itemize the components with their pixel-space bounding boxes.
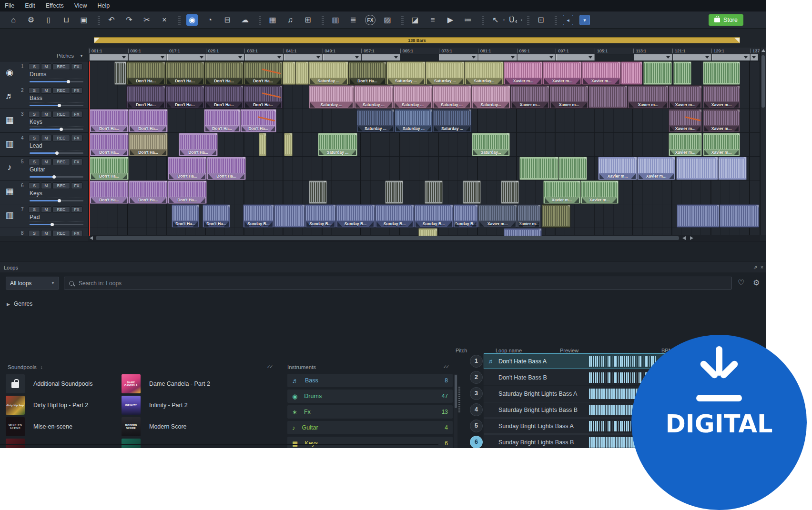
track-rec-button[interactable]: REC	[52, 135, 70, 141]
instrument-filter-bass[interactable]: ♬Bass8	[287, 374, 453, 387]
soundpool-item[interactable]	[6, 438, 138, 448]
track-fx-button[interactable]: FX	[71, 230, 82, 236]
section-marker[interactable]	[556, 54, 595, 60]
object-list-icon[interactable]: ≔	[462, 14, 474, 26]
panel-bottom-toggle-icon[interactable]: ▾	[579, 15, 590, 25]
open-project-icon[interactable]: ⊔	[61, 14, 72, 26]
volume-knob[interactable]	[55, 151, 59, 155]
audio-clip[interactable]	[676, 157, 718, 180]
track-rec-button[interactable]: REC	[52, 230, 70, 236]
audio-clip[interactable]: Xavier m...	[580, 180, 619, 204]
instruments-scrollbar[interactable]	[454, 374, 457, 448]
audio-clip[interactable]: Don't Ha...	[90, 109, 129, 132]
audio-clip[interactable]: Don't Ha...	[168, 180, 207, 204]
soundpool-item-dame-candela-part-2[interactable]: DAME CANDELADame Candela - Part 2	[122, 373, 254, 394]
volume-knob[interactable]	[58, 104, 61, 107]
panel-left-toggle-icon[interactable]: ◂	[563, 15, 573, 25]
track-rec-button[interactable]: REC	[52, 182, 70, 189]
fx-rack-icon[interactable]: FX	[365, 15, 376, 25]
track-rec-button[interactable]: REC	[52, 87, 70, 94]
audio-clip[interactable]	[295, 61, 309, 85]
audio-clip[interactable]: Sunday B...	[336, 204, 375, 228]
instrument-filter-keys[interactable]: ▦Keys6	[287, 437, 453, 448]
audio-clip[interactable]: Don't Ha...	[204, 109, 240, 132]
select-all-instruments-icon[interactable]: ✓✓	[443, 364, 448, 369]
audio-clip[interactable]: Xavier m...	[703, 109, 740, 132]
search-input[interactable]	[78, 280, 680, 287]
instrument-filter-drums[interactable]: ◉Drums47	[287, 390, 453, 403]
pitch-circle-3[interactable]: 3	[470, 387, 483, 400]
track-fx-button[interactable]: FX	[71, 63, 82, 70]
arrangement-range-bar[interactable]: 138 Bars	[94, 37, 740, 43]
video-templates-icon[interactable]: ▦	[267, 14, 278, 26]
audio-clip[interactable]: Xavier m...	[517, 204, 541, 228]
settings-gear-icon[interactable]: ⚙	[25, 14, 37, 26]
audio-clip[interactable]: Don't Ha...	[126, 61, 165, 85]
fullscreen-icon[interactable]: ⊡	[535, 14, 547, 26]
audio-clip[interactable]: Saturday ...	[309, 85, 354, 109]
audio-clip[interactable]: Saturday ...	[393, 85, 432, 109]
track-s-button[interactable]: S	[29, 111, 40, 118]
store-button[interactable]: Store	[709, 14, 743, 26]
audio-clip[interactable]	[718, 157, 747, 180]
audio-clip[interactable]: Don't Ha...	[204, 85, 244, 109]
section-marker[interactable]	[323, 54, 362, 60]
audio-clip[interactable]: Don't Ha...	[240, 109, 276, 132]
track-m-button[interactable]: M	[41, 87, 51, 94]
audio-clip[interactable]: Saturday...	[472, 133, 510, 156]
audio-clip[interactable]: Don't Ha...	[203, 204, 230, 228]
scroll-left-arrow-icon[interactable]	[90, 236, 93, 240]
audio-clip[interactable]: Sunday B...	[414, 204, 453, 228]
audio-clip[interactable]: Don't Ha...	[179, 133, 218, 156]
horizontal-scrollbar[interactable]	[88, 235, 760, 241]
volume-knob[interactable]	[52, 175, 56, 179]
audio-clip[interactable]	[418, 228, 437, 236]
track-rec-button[interactable]: REC	[52, 206, 70, 213]
track-m-button[interactable]: M	[41, 159, 51, 165]
audio-clip[interactable]	[385, 180, 403, 204]
track-s-button[interactable]: S	[29, 206, 40, 213]
track-m-button[interactable]: M	[41, 230, 51, 236]
section-marker[interactable]	[362, 54, 400, 60]
track-rec-button[interactable]: REC	[52, 63, 70, 70]
audio-clip[interactable]	[589, 85, 628, 109]
audio-clip[interactable]: Xavier m...	[510, 85, 549, 109]
audio-clip[interactable]: Don't Ha...	[165, 61, 204, 85]
track-rec-button[interactable]: REC	[52, 159, 70, 165]
track-s-button[interactable]: S	[29, 182, 40, 189]
audio-clip[interactable]: Don't Ha...	[244, 61, 283, 85]
audio-clip[interactable]: Xavier m...	[669, 133, 702, 156]
section-marker[interactable]	[206, 54, 245, 60]
audio-clip[interactable]	[720, 204, 759, 228]
track-volume-slider[interactable]	[30, 81, 83, 82]
track-volume-slider[interactable]	[30, 176, 83, 178]
horizontal-scroll-thumb[interactable]	[96, 236, 679, 240]
audio-clip[interactable]: Xavier m...	[703, 85, 740, 109]
save-project-icon[interactable]: ▣	[78, 14, 90, 26]
track-s-button[interactable]: S	[29, 135, 40, 141]
audio-clip[interactable]: Don't Ha...	[172, 204, 199, 228]
audio-clip[interactable]: Saturday ...	[433, 109, 472, 132]
audio-clip[interactable]: Xavier m...	[504, 61, 543, 85]
audio-clip[interactable]: Saturday ...	[395, 109, 433, 132]
soundpool-item[interactable]	[122, 438, 254, 448]
section-marker[interactable]	[751, 54, 758, 60]
audio-clip[interactable]: Sunday B...	[305, 204, 336, 228]
section-marker[interactable]	[478, 54, 517, 60]
volume-knob[interactable]	[58, 199, 61, 202]
menu-file[interactable]: File	[5, 2, 14, 9]
volume-knob[interactable]	[67, 80, 70, 83]
audio-clip[interactable]: Sunday B...	[243, 204, 274, 228]
music-note-icon[interactable]: ♫	[284, 14, 296, 26]
audio-clip[interactable]: Sunday B...	[453, 204, 478, 228]
audio-fan-icon[interactable]: ▨	[382, 14, 393, 26]
audio-clip[interactable]: Don't Ha...	[129, 133, 168, 156]
audio-clip[interactable]: Xavier m...	[598, 157, 637, 180]
audio-clip[interactable]	[519, 157, 558, 180]
volume-knob[interactable]	[60, 128, 63, 131]
redo-icon[interactable]: ↷	[123, 14, 135, 26]
cloud-download-icon[interactable]: ☁	[239, 14, 251, 26]
audio-clip[interactable]: Xavier m...	[669, 109, 702, 132]
audio-clip[interactable]: Don't Ha...	[244, 85, 283, 109]
scroll-up-arrow-icon[interactable]	[761, 49, 765, 52]
